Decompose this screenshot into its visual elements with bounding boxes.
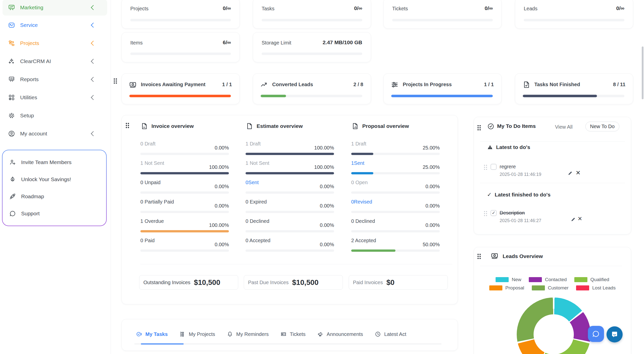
status-label[interactable]: 0 Declined [351, 218, 375, 224]
usage-card-tickets: Tickets 0/∞ [383, 0, 502, 29]
messenger-launcher-button[interactable] [607, 326, 623, 342]
support-link[interactable]: Support [3, 205, 106, 222]
sidebar-item-service[interactable]: Service [3, 17, 107, 33]
progress-track [130, 53, 231, 55]
status-label[interactable]: 1 Draft [351, 141, 366, 147]
divider [480, 266, 622, 266]
status-label[interactable]: 1 Not Sent [246, 160, 269, 166]
sidebar-item-projects[interactable]: Projects [3, 35, 107, 51]
status-label[interactable]: 0 Accepted [246, 238, 270, 243]
tab-my-tasks[interactable]: My Tasks [136, 331, 168, 337]
edit-pencil-icon[interactable] [571, 217, 576, 222]
todo-text[interactable]: regrere [500, 164, 516, 170]
sidebar-item-utilities[interactable]: Utilities [3, 89, 107, 106]
card-title: Tasks [262, 6, 274, 12]
section-title: Latest to do's [496, 144, 530, 150]
paid-invoices-total: Paid Invoices $0 [349, 275, 448, 290]
status-label[interactable]: 0 Partially Paid [140, 199, 174, 205]
sidebar-item-marketing[interactable]: Marketing [3, 0, 107, 16]
legend-item[interactable]: Qualified [574, 277, 609, 282]
shortcut-box: Invite Team Members Unlock Your Savings!… [2, 150, 107, 226]
unlock-savings-link[interactable]: Unlock Your Savings! [3, 171, 106, 188]
chat-launcher-button[interactable] [588, 326, 604, 342]
roadmap-link[interactable]: Roadmap [3, 188, 106, 205]
proposal-overview-header: Proposal overview [351, 122, 409, 130]
status-label[interactable]: 1Sent [351, 160, 364, 166]
status-label[interactable]: 0Revised [351, 199, 372, 205]
sidebar-item-setup[interactable]: Setup [3, 108, 107, 124]
progress-track [262, 53, 362, 55]
drag-handle[interactable] [114, 78, 117, 84]
new-todo-button[interactable]: New To Do [585, 122, 619, 131]
status-label[interactable]: 2 Accepted [351, 238, 376, 243]
legend-item[interactable]: Customer [532, 285, 569, 291]
kpi-card-projects-in-progress: Projects In Progress 1 / 1 [383, 73, 502, 104]
legend-row-2: Proposal Customer Lost Leads [474, 285, 631, 291]
messenger-icon [611, 330, 619, 338]
progress-track [261, 95, 362, 97]
status-label[interactable]: 0Sent [246, 180, 259, 185]
status-percent: 0.00% [215, 242, 229, 247]
status-label[interactable]: 0 Expired [246, 199, 267, 205]
view-all-link[interactable]: View All [555, 124, 573, 130]
sidebar-item-label: Reports [20, 76, 39, 82]
scrollbar-thumb[interactable] [642, 46, 643, 99]
legend-item[interactable]: New [496, 277, 521, 282]
edit-pencil-icon[interactable] [568, 170, 573, 176]
status-percent: 100.00% [209, 164, 229, 170]
column-title: Proposal overview [362, 123, 409, 129]
legend-item[interactable]: Lost Leads [576, 285, 616, 291]
delete-x-icon[interactable]: ✕ [576, 169, 581, 176]
leads-donut-chart[interactable] [517, 297, 591, 354]
tab-my-reminders[interactable]: My Reminders [227, 331, 269, 337]
progress-fill [523, 95, 597, 97]
legend-item[interactable]: Proposal [489, 285, 524, 291]
tab-label: Latest Act [384, 331, 406, 337]
tab-bar: My Tasks My Projects My Reminders Ticket… [136, 331, 448, 337]
status-percent: 100.00% [314, 145, 334, 151]
sidebar-item-my-account[interactable]: My account [3, 126, 107, 142]
legend-label: Lost Leads [592, 285, 616, 291]
todo-timestamp: 2025-01-28 11:46:27 [500, 218, 541, 223]
status-label[interactable]: 1 Draft [246, 141, 261, 147]
sidebar-item-label: ClearCRM AI [20, 58, 51, 64]
todo-drag-handle[interactable] [484, 211, 487, 216]
tab-announcements[interactable]: Announcements [317, 331, 363, 337]
drag-handle[interactable] [126, 123, 129, 128]
status-label[interactable]: 0 Declined [246, 218, 269, 224]
todo-checkbox[interactable] [491, 164, 497, 170]
status-label[interactable]: 0 Paid [140, 238, 155, 243]
legend-item[interactable]: Contacted [529, 277, 567, 282]
card-title: Tickets [392, 6, 408, 12]
todo-checkbox-checked[interactable]: ✓ [491, 210, 497, 216]
progress-track [391, 95, 493, 97]
status-label[interactable]: 1 Overdue [140, 218, 164, 224]
sidebar-item-reports[interactable]: Reports [3, 71, 107, 87]
tab-my-projects[interactable]: My Projects [179, 331, 215, 337]
drag-handle[interactable] [477, 125, 481, 130]
status-label[interactable]: 0 Unpaid [140, 180, 160, 185]
tab-tickets[interactable]: Tickets [280, 331, 306, 337]
todo-drag-handle[interactable] [484, 165, 487, 170]
todo-text[interactable]: Description [500, 210, 525, 216]
chat-bubble-icon [9, 210, 16, 217]
latest-finished-header: ✓ Latest finished to do's [487, 191, 550, 198]
drag-handle[interactable] [477, 254, 481, 259]
todo-timestamp: 2025-01-28 11:46:19 [500, 172, 541, 177]
status-label[interactable]: 0 Draft [140, 141, 155, 147]
progress-track [524, 19, 624, 21]
trend-up-icon [260, 81, 268, 89]
sidebar-item-clearcrm-ai[interactable]: ClearCRM AI [3, 53, 107, 69]
legend-swatch [489, 285, 502, 290]
legend-label: Proposal [505, 285, 524, 291]
kpi-value: 8 / 11 [613, 82, 625, 87]
invite-team-members-link[interactable]: Invite Team Members [3, 154, 106, 171]
status-label[interactable]: 1 Not Sent [140, 160, 164, 166]
legend-swatch [574, 277, 587, 282]
status-label[interactable]: 0 Open [351, 180, 368, 185]
card-title: Items [130, 40, 143, 46]
delete-x-icon[interactable]: ✕ [578, 216, 582, 222]
tab-latest-activity[interactable]: Latest Act [375, 331, 406, 337]
usage-card-storage: Storage Limit 2.47 MB/100 GB [253, 32, 371, 62]
chevron-left-icon [91, 77, 96, 82]
